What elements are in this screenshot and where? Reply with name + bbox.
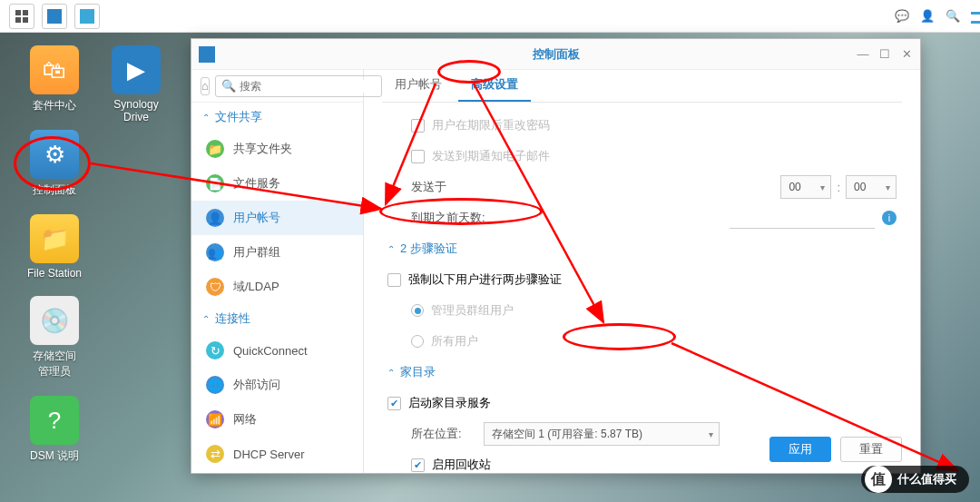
select-hour[interactable]: 00: [780, 175, 831, 199]
desktop-icons: 🛍套件中心 ▶Synology Drive ⚙控制面板 📁File Statio…: [18, 45, 109, 480]
lbl-enable-home: 启动家目录服务: [408, 395, 491, 411]
control-panel-window: 控制面板 — ☐ ✕ ⌂ 🔍 ⌃文件共享 📁共享文件夹 📄文件服务 👤用户帐号 …: [191, 38, 921, 474]
chk-allow-reset[interactable]: [411, 119, 425, 133]
watermark: 值 什么值得买: [861, 466, 969, 493]
window-title-text: 控制面板: [533, 46, 580, 63]
desktop-icon-ctrlpanel[interactable]: ⚙控制面板: [18, 130, 91, 198]
search-icon[interactable]: 🔍: [946, 9, 960, 23]
desktop-icon-syndrive[interactable]: ▶Synology Drive: [100, 45, 172, 123]
info-icon[interactable]: i: [882, 211, 897, 225]
user-icon[interactable]: 👤: [920, 9, 935, 23]
lbl-allow-reset: 用户在期限后重改密码: [432, 117, 550, 133]
chk-send-email[interactable]: [411, 150, 425, 163]
section-home[interactable]: ⌃家目录: [387, 364, 897, 380]
sidebar: ⌂ 🔍 ⌃文件共享 📁共享文件夹 📄文件服务 👤用户帐号 👥用户群组 🛡域/LD…: [191, 70, 364, 473]
nav-quickconnect[interactable]: ↻QuickConnect: [191, 333, 363, 368]
lbl-send-to: 发送于: [411, 179, 556, 195]
search-input[interactable]: [240, 80, 376, 93]
tabs: 用户帐号 高级设置: [382, 70, 902, 103]
main-menu-button[interactable]: [9, 4, 34, 29]
nav-user-account[interactable]: 👤用户帐号: [191, 201, 363, 235]
input-days-before[interactable]: [730, 207, 875, 229]
nav-dhcp[interactable]: ⇄DHCP Server: [191, 437, 363, 471]
desktop-icon-storagemgr[interactable]: 💿存储空间 管理员: [18, 296, 91, 379]
category-file-sharing[interactable]: ⌃文件共享: [191, 103, 363, 132]
lbl-radio-all: 所有用户: [431, 333, 478, 349]
lbl-force-2fa: 强制以下用户进行两步骤验证: [408, 271, 562, 288]
window-minimize[interactable]: —: [857, 47, 869, 61]
window-close[interactable]: ✕: [900, 47, 913, 61]
tab-user-account[interactable]: 用户帐号: [382, 70, 455, 102]
lbl-days-before: 到期之前天数:: [411, 210, 556, 226]
window-app-icon: [199, 46, 215, 63]
chk-enable-home[interactable]: [387, 397, 401, 410]
search-box[interactable]: 🔍: [215, 75, 382, 97]
tab-advanced[interactable]: 高级设置: [458, 70, 531, 102]
window-maximize[interactable]: ☐: [878, 47, 891, 61]
desktop-icon-filestation[interactable]: 📁File Station: [18, 214, 91, 280]
system-topbar: 💬 👤 🔍: [0, 0, 980, 33]
btn-apply[interactable]: 应用: [769, 437, 831, 462]
taskbar-app-2[interactable]: [74, 4, 100, 29]
watermark-text: 什么值得买: [897, 471, 956, 487]
nav-shared-folder[interactable]: 📁共享文件夹: [191, 132, 363, 166]
btn-reset[interactable]: 重置: [840, 437, 902, 462]
select-location[interactable]: 存储空间 1 (可用容量: 5.87 TB): [484, 422, 720, 446]
lbl-enable-recycle: 启用回收站: [432, 457, 491, 473]
select-minute[interactable]: 00: [846, 175, 897, 199]
content-pane: 用户帐号 高级设置 用户在期限后重改密码 发送到期通知电子邮件 发送于 00 :…: [364, 70, 920, 473]
radio-admin-users[interactable]: [411, 304, 424, 317]
nav-external-access[interactable]: 🌐外部访问: [191, 368, 363, 402]
nav-user-group[interactable]: 👥用户群组: [191, 235, 363, 270]
nav-domain-ldap[interactable]: 🛡域/LDAP: [191, 270, 363, 304]
window-titlebar: 控制面板 — ☐ ✕: [191, 39, 920, 70]
taskbar-app-1[interactable]: [42, 4, 67, 29]
desktop-icon-dsmhelp[interactable]: ?DSM 说明: [18, 396, 91, 464]
chat-icon[interactable]: 💬: [895, 9, 909, 23]
home-button[interactable]: ⌂: [201, 77, 210, 95]
radio-all-users[interactable]: [411, 335, 424, 348]
lbl-location: 所在位置:: [411, 426, 484, 442]
category-connectivity[interactable]: ⌃连接性: [191, 304, 363, 333]
lbl-send-email: 发送到期通知电子邮件: [432, 148, 550, 164]
lbl-radio-admins: 管理员群组用户: [431, 302, 514, 319]
chk-force-2fa[interactable]: [387, 273, 401, 287]
section-2fa[interactable]: ⌃2 步骤验证: [387, 241, 897, 257]
nav-network[interactable]: 📶网络: [191, 402, 363, 437]
desktop-icon-pkgcenter[interactable]: 🛍套件中心: [18, 45, 91, 113]
nav-file-services[interactable]: 📄文件服务: [191, 166, 363, 201]
watermark-bubble: 值: [865, 466, 892, 493]
chk-enable-recycle[interactable]: [411, 458, 425, 472]
